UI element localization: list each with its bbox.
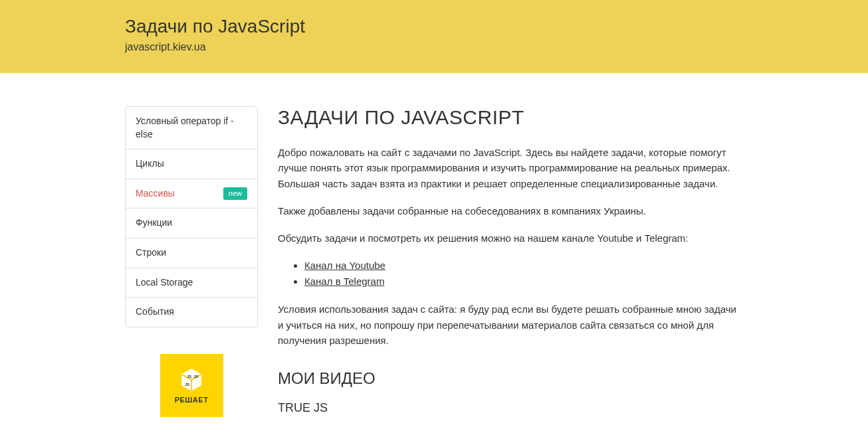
cube-icon: JS JS JS	[178, 367, 205, 393]
list-item: Канал на Youtube	[304, 258, 743, 274]
nav-item-label: Условный оператор if - else	[136, 115, 247, 141]
sidebar: Условный оператор if - else Циклы Массив…	[125, 106, 258, 423]
nav-item-loops[interactable]: Циклы	[126, 149, 257, 179]
links-list: Канал на Youtube Канал в Telegram	[278, 258, 743, 290]
nav-item-functions[interactable]: Функции	[126, 209, 257, 238]
nav-item-label: Массивы	[136, 187, 175, 201]
site-title: Задачи по JavaScript	[125, 16, 743, 37]
nav-item-label: Циклы	[136, 157, 164, 171]
promo-label: РЕШАЕТ	[175, 396, 209, 404]
nav-item-label: Строки	[136, 246, 166, 260]
nav-item-arrays[interactable]: Массивы new	[126, 179, 257, 209]
page-heading: ЗАДАЧИ ПО JAVASCRIPT	[278, 106, 743, 129]
intro-paragraph-3: Обсудить задачи и посмотреть их решения …	[278, 230, 743, 246]
main-layout: Условный оператор if - else Циклы Массив…	[125, 73, 743, 423]
nav-item-label: Функции	[136, 216, 172, 230]
intro-paragraph-2: Также добавлены задачи собранные на собе…	[278, 203, 743, 218]
terms-paragraph: Условия использования задач с сайта: я б…	[278, 301, 743, 348]
nav-item-localstorage[interactable]: Local Storage	[126, 268, 257, 298]
content: ЗАДАЧИ ПО JAVASCRIPT Добро пожаловать на…	[278, 106, 743, 423]
new-badge: new	[223, 187, 247, 200]
site-subtitle: javascript.kiev.ua	[125, 41, 743, 53]
promo-box[interactable]: JS JS JS РЕШАЕТ	[160, 354, 223, 417]
nav-item-strings[interactable]: Строки	[126, 238, 257, 268]
site-header: Задачи по JavaScript javascript.kiev.ua	[0, 0, 868, 73]
nav-item-if-else[interactable]: Условный оператор if - else	[126, 107, 257, 149]
svg-text:JS: JS	[185, 383, 189, 386]
videos-heading: МОИ ВИДЕО	[278, 369, 743, 388]
nav-item-events[interactable]: События	[126, 298, 257, 327]
intro-paragraph-1: Добро пожаловать на сайт с задачами по J…	[278, 145, 743, 191]
nav-item-label: Local Storage	[136, 276, 193, 290]
nav-list: Условный оператор if - else Циклы Массив…	[125, 106, 258, 327]
svg-text:JS: JS	[187, 375, 191, 379]
nav-item-label: События	[136, 305, 174, 319]
list-item: Канал в Telegram	[304, 274, 743, 290]
promo: JS JS JS РЕШАЕТ	[125, 354, 258, 417]
svg-text:JS: JS	[193, 375, 198, 379]
youtube-link[interactable]: Канал на Youtube	[304, 260, 385, 271]
telegram-link[interactable]: Канал в Telegram	[304, 276, 384, 287]
truejs-heading: TRUE JS	[278, 401, 743, 415]
